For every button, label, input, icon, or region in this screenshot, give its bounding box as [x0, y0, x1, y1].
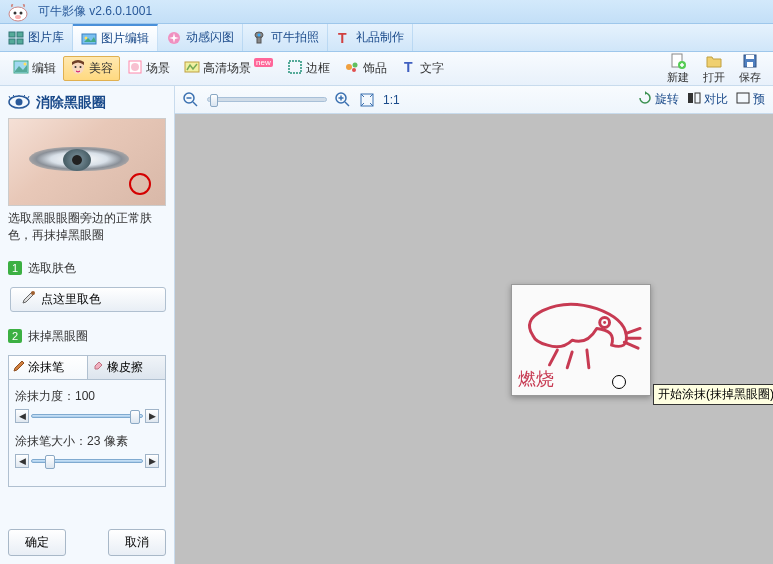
flash-icon: [166, 30, 182, 46]
svg-point-24: [352, 63, 357, 68]
step-num-1: 1: [8, 261, 22, 275]
brush-tab[interactable]: 涂抹笔: [9, 356, 88, 379]
confirm-row: 确定 取消: [8, 519, 166, 556]
svg-point-2: [20, 11, 23, 14]
strength-slider[interactable]: ◀ ▶: [15, 409, 159, 423]
brush-cursor-icon: [612, 375, 626, 389]
brush-slider[interactable]: ◀ ▶: [15, 454, 159, 468]
tab-flash[interactable]: 动感闪图: [158, 24, 243, 51]
rotate-button[interactable]: 旋转: [638, 91, 679, 108]
image-content[interactable]: 燃烧: [511, 284, 651, 396]
step-num-2: 2: [8, 329, 22, 343]
fit-button[interactable]: [359, 92, 375, 108]
slider-thumb[interactable]: [45, 455, 55, 469]
tool-scene[interactable]: 场景: [120, 56, 177, 81]
canvas-area: 1:1 旋转 对比 预 燃: [175, 86, 773, 564]
svg-rect-5: [17, 32, 23, 37]
tool-hd-scene[interactable]: 高清场景 new: [177, 56, 280, 81]
right-arrow-icon[interactable]: ▶: [145, 409, 159, 423]
titlebar: 可牛影像 v2.6.0.1001: [0, 0, 773, 24]
step-2: 2 抹掉黑眼圈: [8, 328, 166, 345]
edit-icon: [81, 31, 97, 47]
svg-point-16: [24, 63, 27, 66]
ratio-label[interactable]: 1:1: [383, 93, 400, 107]
scene-icon: [127, 59, 143, 78]
svg-point-18: [75, 66, 77, 68]
gallery-icon: [8, 30, 24, 46]
zoom-slider[interactable]: [207, 97, 327, 102]
tool-frame[interactable]: 边框: [280, 56, 337, 81]
app-title: 可牛影像 v2.6.0.1001: [38, 3, 152, 20]
canvas-tools: 1:1 旋转 对比 预: [175, 86, 773, 114]
brush-value: 23: [87, 434, 100, 448]
tab-camera[interactable]: 可牛拍照: [243, 24, 328, 51]
canvas[interactable]: 燃烧 开始涂抹(抹掉黑眼圈): [175, 114, 773, 564]
new-file-icon: [669, 52, 687, 70]
burn-text: 燃烧: [518, 367, 554, 391]
ok-button[interactable]: 确定: [8, 529, 66, 556]
cancel-button[interactable]: 取消: [108, 529, 166, 556]
svg-point-33: [16, 98, 23, 105]
svg-rect-30: [746, 55, 754, 59]
eraser-tab[interactable]: 橡皮擦: [88, 356, 166, 379]
landscape-icon: [13, 59, 29, 78]
text-icon: T: [401, 59, 417, 78]
new-button[interactable]: 新建: [661, 52, 695, 85]
camera-icon: [251, 30, 267, 46]
brush-icon: [13, 360, 25, 375]
preview-icon: [736, 91, 750, 108]
svg-rect-7: [17, 39, 23, 44]
pick-color-button[interactable]: 点这里取色: [10, 287, 166, 312]
tool-ornament[interactable]: 饰品: [337, 56, 394, 81]
tab-edit[interactable]: 图片编辑: [73, 24, 158, 51]
tool-beauty[interactable]: 美容: [63, 56, 120, 81]
rotate-icon: [638, 91, 652, 108]
eye-preview-image: [8, 118, 166, 206]
svg-text:T: T: [338, 30, 347, 46]
tool-tabs: 涂抹笔 橡皮擦: [8, 355, 166, 379]
main-tabs: 图片库 图片编辑 动感闪图 可牛拍照 T 礼品制作: [0, 24, 773, 52]
right-arrow-icon[interactable]: ▶: [145, 454, 159, 468]
svg-point-25: [352, 68, 356, 72]
svg-rect-38: [688, 93, 693, 103]
left-arrow-icon[interactable]: ◀: [15, 409, 29, 423]
svg-point-13: [258, 33, 261, 36]
eraser-icon: [92, 360, 104, 375]
svg-rect-39: [695, 93, 700, 103]
strength-value: 100: [75, 389, 95, 403]
zoom-out-button[interactable]: [183, 92, 199, 108]
open-button[interactable]: 打开: [697, 52, 731, 85]
brush-label-row: 涂抹笔大小：23 像素: [15, 433, 159, 450]
slider-thumb[interactable]: [130, 410, 140, 424]
compare-button[interactable]: 对比: [687, 91, 728, 108]
strength-label-row: 涂抹力度：100: [15, 388, 159, 405]
gift-icon: T: [336, 30, 352, 46]
svg-point-42: [603, 321, 606, 324]
svg-point-34: [31, 291, 35, 295]
app-logo-icon: [4, 2, 32, 22]
svg-text:T: T: [404, 59, 413, 75]
toolbar: 编辑 美容 场景 高清场景 new 边框 饰品 T 文字 新建 打开 保: [0, 52, 773, 86]
sample-circle-icon: [129, 173, 151, 195]
svg-point-1: [14, 11, 17, 14]
svg-point-3: [15, 15, 21, 19]
save-icon: [741, 52, 759, 70]
tool-text[interactable]: T 文字: [394, 56, 451, 81]
preview-button[interactable]: 预: [736, 91, 765, 108]
tab-gift[interactable]: T 礼品制作: [328, 24, 413, 51]
tab-gallery[interactable]: 图片库: [0, 24, 73, 51]
left-arrow-icon[interactable]: ◀: [15, 454, 29, 468]
compare-icon: [687, 91, 701, 108]
svg-rect-6: [9, 39, 15, 44]
eye-panel-icon: [8, 95, 30, 112]
face-icon: [70, 59, 86, 78]
eyedropper-icon: [21, 291, 35, 308]
zoom-in-button[interactable]: [335, 92, 351, 108]
tool-panel: 涂抹力度：100 ◀ ▶ 涂抹笔大小：23 像素 ◀ ▶: [8, 379, 166, 487]
open-icon: [705, 52, 723, 70]
slider-thumb[interactable]: [210, 94, 218, 107]
save-button[interactable]: 保存: [733, 52, 767, 85]
tool-edit[interactable]: 编辑: [6, 56, 63, 81]
toolbar-right: 新建 打开 保存: [661, 52, 767, 85]
tooltip: 开始涂抹(抹掉黑眼圈): [653, 384, 773, 405]
